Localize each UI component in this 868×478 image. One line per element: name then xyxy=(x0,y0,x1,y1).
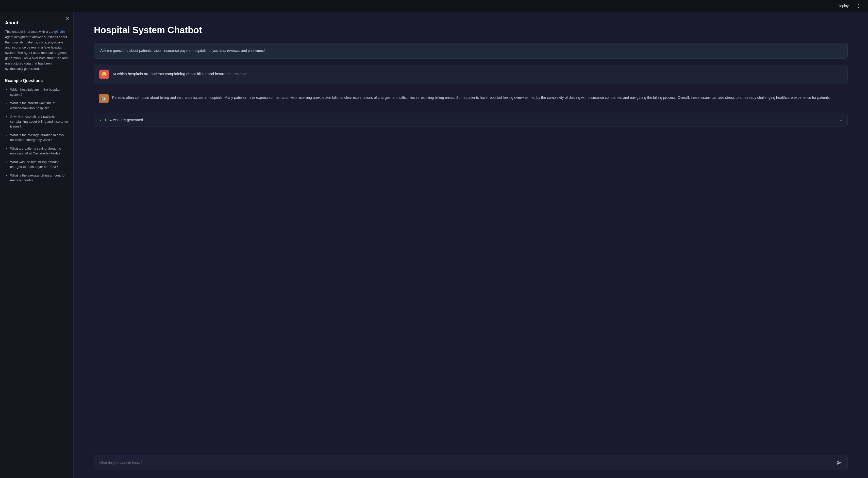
sidebar-examples-list: Which hospitals are in the hospital syst… xyxy=(5,87,68,183)
top-bar: Deploy ⋮ xyxy=(0,0,868,12)
bot-avatar-icon: 🤖 xyxy=(101,96,106,101)
sidebar-examples-title: Example Questions xyxy=(5,79,68,83)
list-item: What are patients saying about the nursi… xyxy=(10,146,68,156)
info-box-text: Ask me questions about patients, visits,… xyxy=(100,48,841,53)
list-item: What is the average duration in days for… xyxy=(10,132,68,143)
list-item: What is the current wait time at wallace… xyxy=(10,100,68,111)
answer-text: Patients often complain about billing an… xyxy=(112,94,831,100)
sidebar-about-title: About xyxy=(5,20,68,26)
generated-accordion[interactable]: ✓ How was this generated ⌄ xyxy=(94,113,848,126)
check-icon: ✓ xyxy=(99,117,102,122)
list-item: What is the average billing amount for m… xyxy=(10,173,68,183)
langchain-link[interactable]: LangChain xyxy=(49,30,65,33)
generated-left: ✓ How was this generated xyxy=(99,117,143,122)
top-bar-actions: Deploy ⋮ xyxy=(835,2,863,10)
chat-area: Hospital System Chatbot Ask me questions… xyxy=(73,12,868,478)
deploy-button[interactable]: Deploy xyxy=(835,2,851,9)
info-box: Ask me questions about patients, visits,… xyxy=(94,43,848,59)
answer-bubble: 🤖 Patients often complain about billing … xyxy=(94,89,848,108)
sidebar: ✕ About This chatbot interfaces with a L… xyxy=(0,12,73,478)
list-item: Which hospitals are in the hospital syst… xyxy=(10,87,68,97)
user-avatar: 😊 xyxy=(99,69,109,79)
chat-content: Hospital System Chatbot Ask me questions… xyxy=(73,12,868,450)
input-wrapper xyxy=(94,455,848,470)
generated-label: How was this generated xyxy=(105,118,143,122)
about-text-part2: agent designed to answer questions about… xyxy=(5,35,67,70)
list-item: What was the total billing amount charge… xyxy=(10,159,68,170)
about-text-part1: This chatbot interfaces with a xyxy=(5,30,49,33)
sidebar-close-button[interactable]: ✕ xyxy=(65,16,69,21)
question-bubble: 😊 At which hospitals are patients compla… xyxy=(94,65,848,84)
question-text: At which hospitals are patients complain… xyxy=(113,69,245,77)
chat-title: Hospital System Chatbot xyxy=(94,25,848,35)
input-area xyxy=(73,450,868,478)
chat-input[interactable] xyxy=(99,461,832,465)
send-button[interactable] xyxy=(835,459,843,467)
bot-avatar: 🤖 xyxy=(99,94,108,103)
main-layout: ✕ About This chatbot interfaces with a L… xyxy=(0,12,868,478)
chevron-down-icon: ⌄ xyxy=(839,118,842,122)
sidebar-about-text: This chatbot interfaces with a LangChain… xyxy=(5,29,68,71)
list-item: At which hospitals are patients complain… xyxy=(10,114,68,129)
more-options-button[interactable]: ⋮ xyxy=(854,2,863,10)
send-icon xyxy=(836,460,842,466)
user-avatar-icon: 😊 xyxy=(101,71,107,77)
